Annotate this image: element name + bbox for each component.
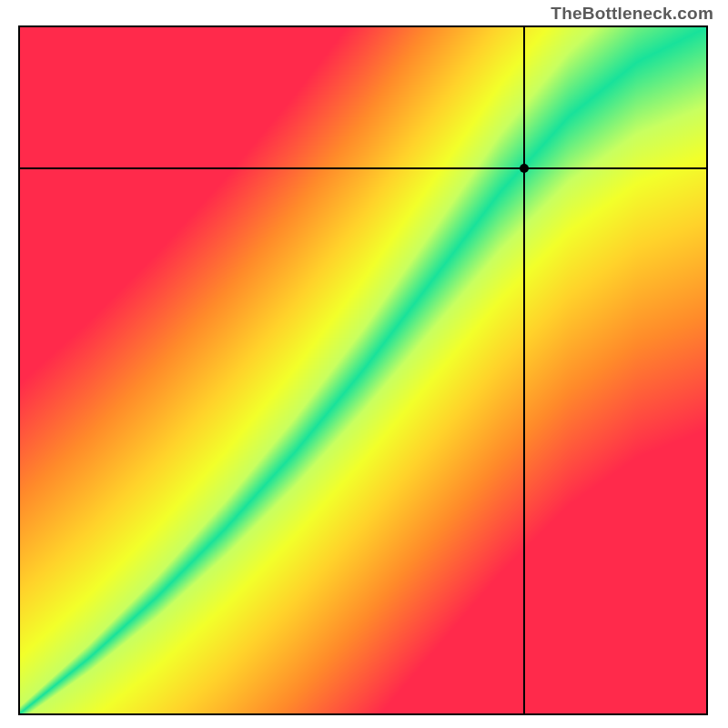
heatmap-canvas	[20, 27, 706, 713]
heatmap-plot	[18, 25, 708, 715]
crosshair-marker	[520, 164, 529, 173]
watermark-text: TheBottleneck.com	[551, 4, 713, 24]
crosshair-horizontal	[20, 167, 706, 169]
crosshair-vertical	[523, 27, 525, 713]
